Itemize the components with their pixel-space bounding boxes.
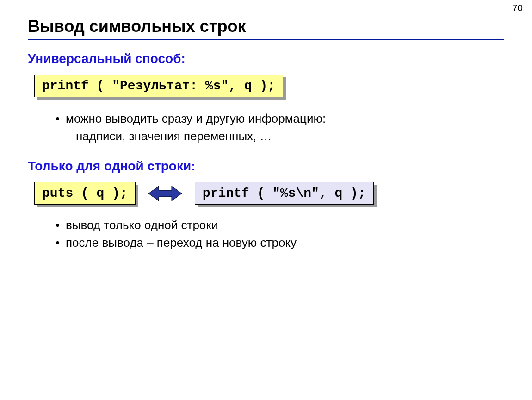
section1-bullet-1: можно выводить сразу и другую информацию… — [56, 110, 504, 145]
double-arrow-icon — [148, 184, 182, 203]
code-box-2-wrap: puts ( q ); — [34, 182, 136, 205]
section2-bullet-1-text: вывод только одной строки — [66, 218, 218, 232]
section2-bullet-2: после вывода – переход на новую строку — [56, 234, 504, 252]
section2-bullet-1: вывод только одной строки — [56, 217, 504, 234]
code-box-1-wrap: printf ( "Результат: %s", q ); — [34, 75, 283, 97]
code-box-3-wrap: printf ( "%s\n", q ); — [195, 182, 374, 205]
section2-bullet-2-text: после вывода – переход на новую строку — [66, 236, 297, 250]
slide: 70 Вывод символьных строк Универсальный … — [0, 0, 532, 400]
svg-marker-0 — [148, 186, 182, 201]
section2-heading: Только для одной строки: — [28, 159, 504, 174]
section1-bullets: можно выводить сразу и другую информацию… — [56, 110, 504, 145]
code-row: puts ( q ); printf ( "%s\n", q ); — [34, 182, 504, 205]
section1-bullet-1-line2: надписи, значения переменных, … — [66, 128, 504, 145]
section1-heading: Универсальный способ: — [28, 51, 504, 66]
code-box-1: printf ( "Результат: %s", q ); — [34, 75, 283, 97]
title-underline — [28, 39, 504, 40]
page-number: 70 — [513, 3, 523, 13]
code-box-3: printf ( "%s\n", q ); — [195, 182, 374, 205]
section1-bullet-1-line1: можно выводить сразу и другую информацию… — [66, 112, 326, 125]
code-box-2: puts ( q ); — [34, 182, 136, 205]
slide-title: Вывод символьных строк — [28, 14, 504, 36]
section2-bullets: вывод только одной строки после вывода –… — [56, 217, 504, 251]
